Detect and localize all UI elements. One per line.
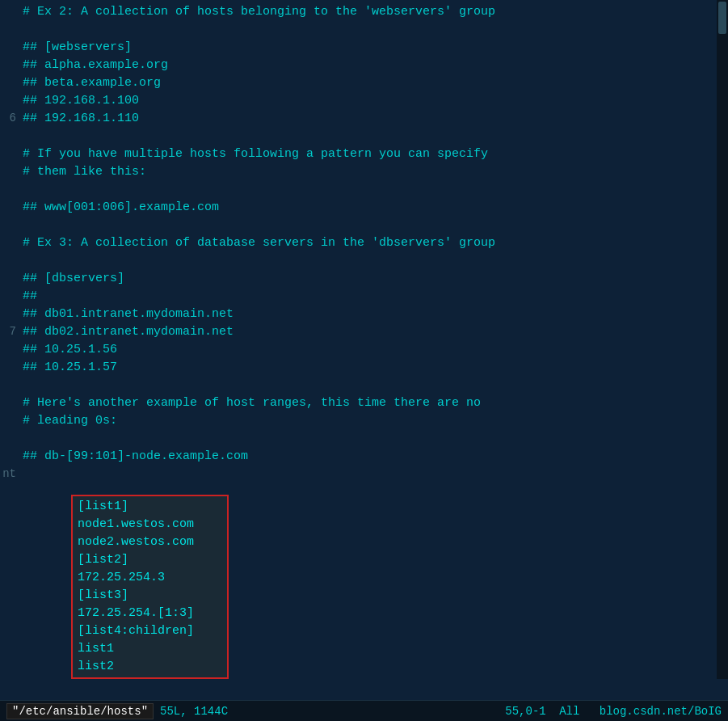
status-filename: "/etc/ansible/hosts" <box>6 703 154 719</box>
line-5: ## beta.example.org <box>0 74 728 92</box>
line-text-15 <box>23 252 30 270</box>
editor-container: # Ex 2: A collection of hosts belonging … <box>0 0 728 721</box>
line-25 <box>0 430 728 448</box>
autocomplete-item-2[interactable]: node1.westos.com <box>76 516 224 533</box>
line-22 <box>0 377 728 394</box>
status-left: "/etc/ansible/hosts" 55L, 1144C <box>6 703 228 719</box>
status-website: blog.csdn.net/BoIG <box>600 705 722 718</box>
line-text-4: ## alpha.example.org <box>23 57 168 74</box>
line-text-19: ## db02.intranet.mydomain.net <box>23 323 234 341</box>
line-num-7: 6 <box>0 112 23 124</box>
autocomplete-popup[interactable]: [list1] node1.westos.com node2.westos.co… <box>71 495 229 679</box>
line-text-27 <box>23 466 30 483</box>
line-23: # Here's another example of host ranges,… <box>0 394 728 412</box>
autocomplete-item-8[interactable]: [list4:children] <box>76 622 224 640</box>
line-text-23: # Here's another example of host ranges,… <box>23 394 481 412</box>
status-position: 55,0-1 <box>505 705 545 718</box>
scrollbar[interactable] <box>717 0 728 679</box>
line-text-12: ## www[001:006].example.com <box>23 199 219 217</box>
line-text-8 <box>23 128 30 145</box>
autocomplete-item-4[interactable]: [list2] <box>76 551 224 569</box>
line-15 <box>0 252 728 270</box>
line-1: # Ex 2: A collection of hosts belonging … <box>0 3 728 21</box>
line-3: ## [webservers] <box>0 39 728 57</box>
line-text-6: ## 192.168.1.100 <box>23 92 139 110</box>
line-text-26: ## db-[99:101]-node.example.com <box>23 448 248 466</box>
status-bar: "/etc/ansible/hosts" 55L, 1144C 55,0-1 A… <box>0 700 728 721</box>
line-text-7: ## 192.168.1.110 <box>23 110 139 128</box>
line-7: 6 ## 192.168.1.110 <box>0 110 728 128</box>
line-19: 7 ## db02.intranet.mydomain.net <box>0 323 728 341</box>
line-text-9: # If you have multiple hosts following a… <box>23 145 488 163</box>
line-text-10: # them like this: <box>23 163 146 181</box>
line-text-22 <box>23 377 30 394</box>
line-14: # Ex 3: A collection of database servers… <box>0 234 728 252</box>
code-content: # Ex 2: A collection of hosts belonging … <box>0 0 728 487</box>
line-text-24: # leading 0s: <box>23 412 117 430</box>
line-text-17: ## <box>23 288 37 306</box>
status-info: 55L, 1144C <box>160 705 228 718</box>
line-12: ## www[001:006].example.com <box>0 199 728 217</box>
line-text-16: ## [dbservers] <box>23 270 124 288</box>
line-text-1: # Ex 2: A collection of hosts belonging … <box>23 3 495 21</box>
line-8 <box>0 128 728 145</box>
line-10: # them like this: <box>0 163 728 181</box>
line-text-21: ## 10.25.1.57 <box>23 359 117 377</box>
line-text-18: ## db01.intranet.mydomain.net <box>23 306 234 323</box>
line-6: ## 192.168.1.100 <box>0 92 728 110</box>
line-21: ## 10.25.1.57 <box>0 359 728 377</box>
line-13 <box>0 217 728 234</box>
line-16: ## [dbservers] <box>0 270 728 288</box>
status-right: 55,0-1 All blog.csdn.net/BoIG <box>505 705 722 718</box>
line-text-5: ## beta.example.org <box>23 74 161 92</box>
line-text-3: ## [webservers] <box>23 39 132 57</box>
line-num-19: 7 <box>0 325 23 338</box>
autocomplete-item-6[interactable]: [list3] <box>76 587 224 605</box>
autocomplete-item-7[interactable]: 172.25.254.[1:3] <box>76 605 224 622</box>
autocomplete-item-5[interactable]: 172.25.254.3 <box>76 569 224 587</box>
autocomplete-item-9[interactable]: list1 <box>76 640 224 658</box>
code-area[interactable]: # Ex 2: A collection of hosts belonging … <box>0 0 728 700</box>
scrollbar-thumb[interactable] <box>718 2 726 34</box>
autocomplete-item-3[interactable]: node2.westos.com <box>76 533 224 551</box>
line-17: ## <box>0 288 728 306</box>
line-text-2 <box>23 21 30 39</box>
line-2 <box>0 21 728 39</box>
line-4: ## alpha.example.org <box>0 57 728 74</box>
autocomplete-item-1[interactable]: [list1] <box>76 498 224 516</box>
line-18: ## db01.intranet.mydomain.net <box>0 306 728 323</box>
line-text-13 <box>23 217 30 234</box>
line-24: # leading 0s: <box>0 412 728 430</box>
autocomplete-item-10[interactable]: list2 <box>76 658 224 676</box>
line-9: # If you have multiple hosts following a… <box>0 145 728 163</box>
line-text-20: ## 10.25.1.56 <box>23 341 117 359</box>
line-text-11 <box>23 181 30 199</box>
line-20: ## 10.25.1.56 <box>0 341 728 359</box>
line-11 <box>0 181 728 199</box>
line-num-27: nt <box>0 467 23 480</box>
line-27: nt <box>0 466 728 483</box>
status-extra: All <box>559 705 579 718</box>
line-text-25 <box>23 430 30 448</box>
line-text-14: # Ex 3: A collection of database servers… <box>23 234 495 252</box>
line-26: ## db-[99:101]-node.example.com <box>0 448 728 466</box>
